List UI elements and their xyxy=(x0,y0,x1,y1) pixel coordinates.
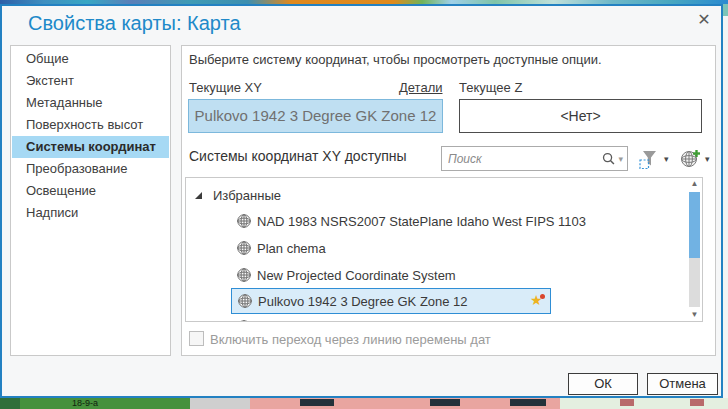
dateline-checkbox-label: Включить переход через линию перемены да… xyxy=(210,332,491,347)
sidebar-item-illumination[interactable]: Освещение xyxy=(12,180,169,202)
sidebar-item-extent[interactable]: Экстент xyxy=(12,70,169,92)
tree-item[interactable]: NAD 1983 NSRS2007 StatePlane Idaho West … xyxy=(236,208,586,234)
details-link[interactable]: Детали xyxy=(399,80,443,95)
close-icon[interactable]: ✕ xyxy=(693,9,715,31)
search-icon[interactable] xyxy=(601,151,616,166)
properties-sidebar: Общие Экстент Метаданные Поверхность выс… xyxy=(10,45,171,356)
search-box: ▾ xyxy=(441,146,628,171)
globe-icon xyxy=(236,267,252,283)
scroll-down-icon[interactable]: ▼ xyxy=(687,309,702,321)
sidebar-item-transformation[interactable]: Преобразование xyxy=(12,158,169,180)
tree-group-favorites[interactable]: Избранные xyxy=(194,182,281,208)
favorite-pin-icon[interactable]: ★ xyxy=(530,294,545,309)
map-segment xyxy=(0,398,20,409)
background-map-strip: 18-9-а xyxy=(0,398,728,409)
tree-item-label: Pulkovo 1942 3 Degree GK Zone 12 xyxy=(258,294,468,309)
add-coordinate-system-button[interactable]: ▾ xyxy=(679,146,714,171)
dateline-checkbox[interactable] xyxy=(189,331,204,346)
map-text-mark xyxy=(430,399,460,406)
globe-icon xyxy=(236,213,252,229)
globe-add-icon xyxy=(679,148,701,170)
filter-icon xyxy=(638,148,660,170)
dialog-title: Свойства карты: Карта xyxy=(28,12,241,35)
sidebar-item-elevation[interactable]: Поверхность высот xyxy=(12,114,169,136)
tree-item[interactable]: New Projected Coordinate System xyxy=(236,262,456,288)
current-xy-label: Текущие XY xyxy=(189,80,262,95)
scrollbar-thumb[interactable] xyxy=(689,192,700,258)
globe-icon xyxy=(236,319,252,322)
tree-item-label: New Projected Coordinate System xyxy=(257,268,456,283)
map-segment xyxy=(20,398,190,409)
tree-item-label: Plan chema xyxy=(257,241,326,256)
coordinate-systems-list[interactable]: Избранные NAD 1983 NSRS2007 StatePlane I… xyxy=(185,177,703,322)
sidebar-item-general[interactable]: Общие xyxy=(12,48,169,70)
filter-dropdown-icon: ▾ xyxy=(662,154,673,164)
sidebar-item-coordinate-systems[interactable]: Системы координат xyxy=(12,136,169,158)
tree-item-selected[interactable]: Pulkovo 1942 3 Degree GK Zone 12 ★ xyxy=(231,288,551,314)
current-z-value-box[interactable]: <Нет> xyxy=(459,99,702,133)
available-systems-label: Системы координат XY доступны xyxy=(189,148,407,164)
globe-icon xyxy=(237,293,253,309)
map-text-mark xyxy=(300,399,334,406)
tree-group-label: Избранные xyxy=(213,188,281,203)
ok-button[interactable]: ОК xyxy=(568,373,638,395)
map-parcel-label: 18-9-а xyxy=(72,398,98,408)
list-scrollbar[interactable]: ▲ ▼ xyxy=(687,178,702,321)
globe-add-dropdown-icon: ▾ xyxy=(703,154,714,164)
tree-item-label: NAD 1983 NSRS2007 StatePlane Idaho West … xyxy=(257,214,586,229)
sidebar-item-labels[interactable]: Надписи xyxy=(12,202,169,224)
cancel-button[interactable]: Отмена xyxy=(647,373,718,395)
search-input[interactable] xyxy=(442,152,601,166)
filter-button[interactable]: ▾ xyxy=(638,146,673,171)
map-segment xyxy=(190,398,250,409)
search-dropdown-icon[interactable]: ▾ xyxy=(616,154,627,164)
map-text-mark xyxy=(510,399,546,406)
tree-expanded-icon[interactable] xyxy=(194,191,203,200)
background-right-strip xyxy=(723,4,728,398)
scroll-up-icon[interactable]: ▲ xyxy=(687,178,702,190)
tree-item[interactable]: Plan chema xyxy=(236,235,326,261)
current-xy-value-box[interactable]: Pulkovo 1942 3 Degree GK Zone 12 xyxy=(188,99,443,133)
globe-icon xyxy=(236,240,252,256)
tree-item-partial[interactable] xyxy=(236,314,252,322)
intro-text: Выберите систему координат, чтобы просмо… xyxy=(189,52,602,67)
map-line-mark xyxy=(620,399,634,406)
sidebar-item-metadata[interactable]: Метаданные xyxy=(12,92,169,114)
map-line-mark xyxy=(690,399,704,406)
current-z-label: Текущее Z xyxy=(459,80,522,95)
